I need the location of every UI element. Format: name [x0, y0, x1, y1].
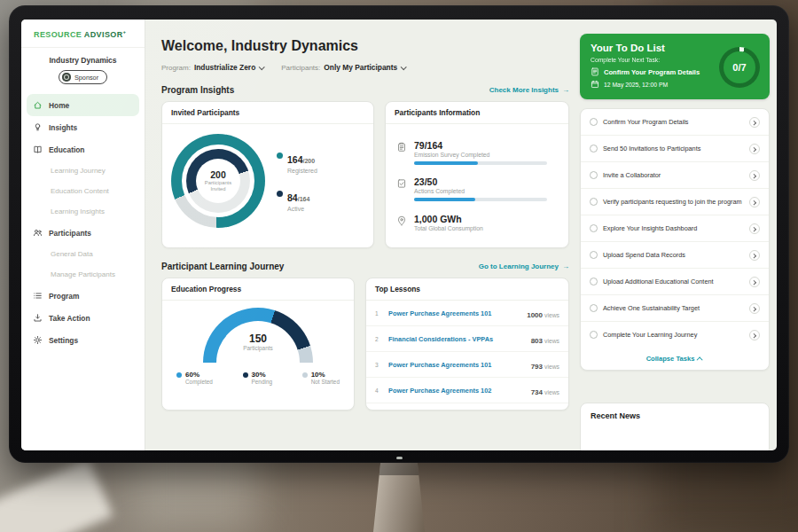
task-row[interactable]: Upload Spend Data Records [581, 242, 769, 269]
task-checkbox[interactable] [590, 118, 598, 126]
lesson-title-link[interactable]: Power Purchase Agreements 101 [388, 361, 525, 369]
sidebar-item-manage-participants[interactable]: Manage Participants [21, 264, 145, 285]
task-checkbox[interactable] [590, 331, 598, 339]
task-label: Verify participants requesting to join t… [603, 198, 744, 206]
legend-item-not-started: 10%Not Started [302, 371, 340, 385]
program-select[interactable]: Program: Industrialize Zero [161, 63, 263, 72]
task-row[interactable]: Complete Your Learning Journey [581, 322, 769, 348]
go-to-learning-journey-link[interactable]: Go to Learning Journey → [479, 262, 569, 270]
lesson-row[interactable]: 3 Power Purchase Agreements 101 793views [366, 352, 568, 378]
take-action-icon [33, 313, 43, 323]
legend-pct: 60% [185, 371, 213, 379]
lesson-row[interactable]: 5 Power Purchase Agreements 103 600views [366, 403, 568, 411]
sidebar-item-label: Education Content [51, 187, 109, 195]
card-title: Top Lessons [366, 278, 568, 301]
section-title: Program Insights [161, 85, 234, 95]
task-row[interactable]: Verify participants requesting to join t… [581, 189, 769, 215]
sidebar-item-program[interactable]: Program [21, 285, 145, 307]
chevron-right-icon[interactable] [749, 223, 760, 234]
chevron-right-icon[interactable] [749, 330, 760, 340]
task-row[interactable]: Achieve One Sustainability Target [581, 295, 769, 322]
home-icon [33, 100, 43, 110]
task-label: Invite a Collaborator [603, 171, 744, 179]
todo-progress-value: 0/7 [724, 51, 755, 83]
sidebar-item-learning-insights[interactable]: Learning Insights [21, 201, 145, 222]
chevron-right-icon[interactable] [749, 250, 760, 261]
task-label: Complete Your Learning Journey [603, 331, 744, 339]
logo-text-resource: RESOURCE [34, 30, 82, 39]
todo-task-list: Confirm Your Program Details Send 50 Inv… [580, 108, 770, 371]
lesson-title-link[interactable]: Power Purchase Agreements 102 [388, 387, 525, 395]
lesson-views: 734 [531, 388, 543, 396]
sidebar-item-home[interactable]: Home [27, 94, 139, 116]
actions-progress-fill [414, 198, 475, 201]
chevron-right-icon[interactable] [749, 117, 760, 128]
survey-clipboard-icon [396, 142, 407, 153]
sponsor-badge[interactable]: Sponsor [59, 70, 107, 84]
chevron-right-icon[interactable] [749, 197, 760, 207]
legend-dot-navy [277, 191, 283, 197]
sidebar-item-education-content[interactable]: Education Content [21, 181, 145, 201]
invited-legend: 164/200 Registered 84/164 Active [277, 151, 317, 212]
task-checkbox[interactable] [590, 145, 598, 153]
collapse-tasks-link[interactable]: Collapse Tasks [581, 348, 769, 370]
views-word: views [544, 338, 559, 344]
task-row[interactable]: Upload Additional Educational Content [581, 269, 769, 295]
check-more-insights-link[interactable]: Check More Insights → [489, 86, 569, 94]
task-row[interactable]: Invite a Collaborator [581, 162, 769, 189]
task-row[interactable]: Confirm Your Program Details [581, 109, 769, 136]
card-title: Participants Information [386, 102, 568, 124]
actions-progress-track [414, 198, 547, 201]
task-row[interactable]: Send 50 Invitations to Participants [581, 136, 769, 162]
participants-select[interactable]: Participants: Only My Participants [281, 63, 405, 72]
actions-check-icon [396, 178, 407, 189]
org-name: Industry Dynamics [21, 56, 145, 65]
page-title: Welcome, Industry Dynamics [161, 38, 569, 54]
sidebar-item-education[interactable]: Education [21, 138, 145, 160]
lesson-row[interactable]: 1 Power Purchase Agreements 101 1000view… [366, 301, 568, 326]
lesson-title-link[interactable]: Power Purchase Agreements 101 [388, 309, 520, 317]
legend-label: Pending [252, 379, 272, 385]
sidebar-item-label: General Data [51, 250, 93, 258]
calendar-icon [591, 80, 599, 89]
info-value: 79/164 [414, 140, 558, 151]
sidebar-item-settings[interactable]: Settings [21, 329, 145, 351]
todo-next-task-label: Confirm Your Program Details [604, 68, 700, 76]
desk-edge [0, 459, 113, 532]
monitor-stand [373, 463, 425, 532]
lesson-title-link[interactable]: Financial Considerations - VPPAs [388, 335, 525, 343]
sidebar-item-general-data[interactable]: General Data [21, 244, 145, 264]
sidebar-item-label: Participants [49, 229, 91, 238]
sidebar-item-participants[interactable]: Participants [21, 222, 145, 244]
chevron-right-icon[interactable] [749, 303, 760, 314]
top-lessons-card: Top Lessons 1 Power Purchase Agreements … [365, 278, 569, 411]
chevron-right-icon[interactable] [749, 170, 760, 181]
sidebar-item-take-action[interactable]: Take Action [21, 307, 145, 329]
task-checkbox[interactable] [590, 224, 598, 232]
task-checkbox[interactable] [590, 278, 598, 286]
task-checkbox[interactable] [590, 304, 598, 312]
insights-cards-row: Invited Participants 200 Participants In… [161, 101, 569, 248]
chevron-up-icon [697, 356, 703, 363]
link-label: Check More Insights [489, 86, 559, 94]
gauge-center-value: 150 [203, 332, 313, 345]
todo-progress-ring: 0/7 [719, 47, 760, 88]
chevron-right-icon[interactable] [749, 277, 760, 287]
info-label: Total Global Consumption [414, 225, 558, 231]
sidebar-item-learning-journey[interactable]: Learning Journey [21, 160, 145, 181]
lesson-rank: 1 [375, 310, 382, 317]
sidebar-item-insights[interactable]: Insights [21, 116, 145, 138]
task-label: Upload Additional Educational Content [603, 278, 744, 286]
legend-label: Not Started [311, 379, 340, 385]
task-row[interactable]: Explore Your Insights Dashboard [581, 215, 769, 242]
chevron-right-icon[interactable] [749, 144, 760, 154]
lesson-row[interactable]: 2 Financial Considerations - VPPAs 803vi… [366, 326, 568, 352]
views-word: views [544, 389, 559, 395]
lesson-row[interactable]: 4 Power Purchase Agreements 102 734views [366, 378, 568, 403]
logo-text-advisor: ADVISOR [84, 30, 123, 39]
task-checkbox[interactable] [590, 198, 598, 206]
participants-label: Participants: [281, 64, 320, 72]
gauge-center-label: Participants [203, 345, 313, 351]
task-checkbox[interactable] [590, 251, 598, 259]
task-checkbox[interactable] [590, 171, 598, 179]
